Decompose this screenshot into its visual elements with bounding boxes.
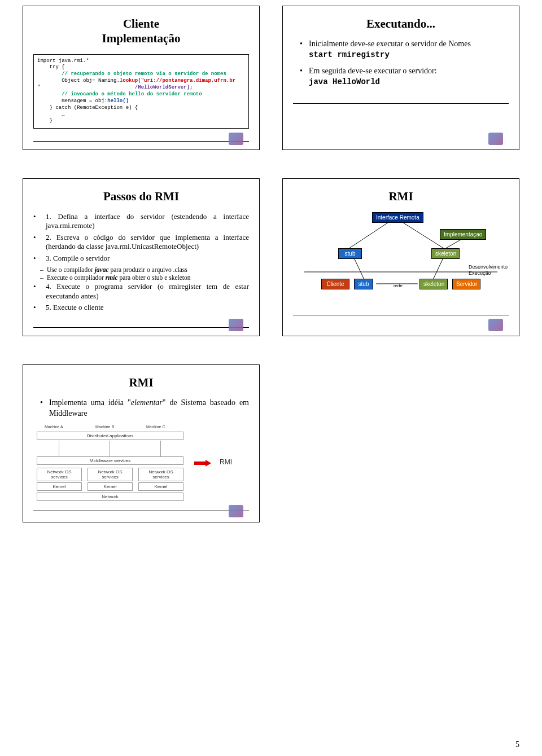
slide2-title: Executando... <box>293 16 509 31</box>
svg-line-1 <box>403 222 444 248</box>
slide3-title: Passos do RMI <box>33 189 249 204</box>
bullet-start-servidor: Em seguida deve-se executar o servidor: … <box>303 66 509 87</box>
decorative-icon <box>488 319 503 331</box>
label-rede: rede <box>394 283 403 288</box>
box-skeleton: skeleton <box>431 248 460 259</box>
svg-line-0 <box>349 222 388 248</box>
slide4-title: RMI <box>293 189 509 204</box>
middleware-diagram: Machine A Machine B Machine C Distribute… <box>33 425 191 498</box>
svg-line-4 <box>434 257 444 279</box>
passos-list: • 1. Defina a interface do servidor (est… <box>33 212 249 313</box>
box-stub-runtime: stub <box>354 279 373 289</box>
box-servidor: Servidor <box>452 279 480 289</box>
slide1-title: Cliente Implementação <box>33 16 249 46</box>
decorative-icon <box>229 133 243 145</box>
slide-rmi-middleware: RMI Implementa uma idéia "elementar" de … <box>23 364 260 522</box>
box-stub: stub <box>338 248 362 259</box>
phase-labels: Desenvolvimento Execução <box>469 264 508 277</box>
sub-rmic: Execute o compilador rmic para obter o s… <box>33 274 249 282</box>
label-rmi: RMI <box>220 458 232 466</box>
box-cliente: Cliente <box>321 279 349 289</box>
svg-line-3 <box>353 257 364 279</box>
code-block-client: import java.rmi.* try { // recuperando o… <box>33 54 249 129</box>
bullet-middleware: Implementa uma idéia "elementar" de Sist… <box>43 398 249 419</box>
sub-javac: Use o compilador javac para produzir o a… <box>33 266 249 274</box>
bullet-start-nomes: Inicialmente deve-se executar o servidor… <box>303 39 509 60</box>
slide-passos-rmi: Passos do RMI • 1. Defina a interface do… <box>23 178 260 336</box>
slide5-title: RMI <box>33 375 249 390</box>
arrow-icon <box>194 460 213 467</box>
decorative-icon <box>229 319 243 331</box>
page-number: 5 <box>515 740 519 749</box>
slide-executando: Executando... Inicialmente deve-se execu… <box>282 6 519 150</box>
slide-rmi-diagram: RMI Interface Remota Implementaçao stub … <box>282 178 519 336</box>
rmi-diagram: Interface Remota Implementaçao stub skel… <box>293 212 509 302</box>
svg-line-2 <box>446 239 462 248</box>
box-implementacao: Implementaçao <box>440 229 486 240</box>
decorative-icon <box>229 505 243 517</box>
box-skeleton-runtime: skeleton <box>419 279 448 289</box>
decorative-icon <box>488 133 503 145</box>
box-interface-remota: Interface Remota <box>372 212 423 223</box>
slide-cliente-implementacao: Cliente Implementação import java.rmi.* … <box>23 6 260 150</box>
